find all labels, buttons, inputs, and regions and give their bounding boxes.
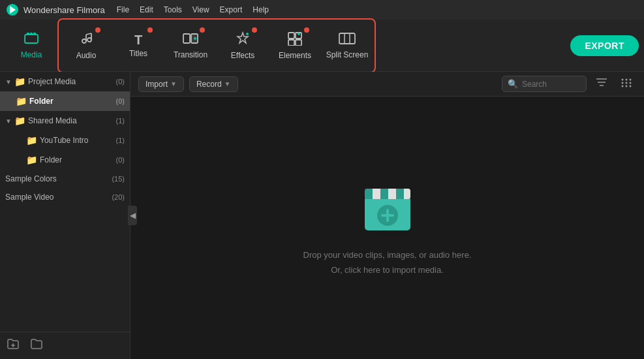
- title-bar: Wondershare Filmora File Edit Tools View…: [0, 0, 644, 20]
- export-button[interactable]: EXPORT: [570, 35, 639, 56]
- youtube-intro-count: (1): [116, 136, 125, 144]
- search-input[interactable]: [522, 80, 577, 89]
- toolbar-effects-button[interactable]: Effects: [217, 21, 269, 70]
- audio-dot: [95, 27, 100, 33]
- svg-rect-45: [404, 189, 410, 199]
- sidebar-item-folder[interactable]: 📁 Folder (0): [0, 91, 130, 111]
- audio-label: Audio: [76, 51, 97, 60]
- app-name: Wondershare Filmora: [23, 5, 105, 15]
- filter-button[interactable]: [592, 76, 611, 92]
- record-arrow-icon: ▼: [224, 80, 231, 87]
- media-icon: [23, 32, 39, 48]
- svg-point-29: [626, 79, 628, 81]
- sidebar-item-shared-media[interactable]: ▼ 📁 Shared Media (1): [0, 111, 130, 131]
- effects-icon: [236, 31, 250, 48]
- svg-rect-17: [288, 40, 294, 46]
- folder-label: Folder: [29, 97, 54, 106]
- toolbar-outlined-group: Audio T Titles Transition: [57, 18, 376, 73]
- svg-rect-15: [288, 33, 294, 39]
- chevron-down-icon: ▼: [5, 117, 12, 125]
- sidebar-collapse-button[interactable]: ◀: [128, 206, 137, 225]
- add-folder-icon[interactable]: [7, 337, 20, 354]
- folder-icon: 📁: [26, 135, 37, 146]
- svg-rect-20: [339, 33, 355, 44]
- project-media-count: (0): [116, 78, 125, 86]
- sidebar: ▼ 📁 Project Media (0) 📁 Folder (0) ▼ 📁 S…: [0, 72, 130, 359]
- sidebar-item-project-media[interactable]: ▼ 📁 Project Media (0): [0, 72, 130, 91]
- new-folder-icon[interactable]: [30, 337, 43, 354]
- svg-point-35: [626, 86, 628, 87]
- audio-icon: [79, 31, 93, 48]
- transition-dot: [200, 27, 205, 33]
- folder-icon: 📁: [14, 116, 25, 126]
- svg-point-36: [630, 86, 632, 87]
- svg-rect-41: [373, 189, 380, 199]
- toolbar: Media Audio T Titles: [0, 20, 644, 72]
- sidebar-item-youtube-intro[interactable]: 📁 YouTube Intro (1): [0, 131, 130, 150]
- effects-dot: [252, 27, 257, 33]
- sample-colors-label: Sample Colors: [5, 174, 57, 183]
- svg-point-14: [246, 33, 249, 35]
- toolbar-transition-button[interactable]: Transition: [164, 21, 217, 70]
- content-area: Import ▼ Record ▼ 🔍: [130, 72, 644, 359]
- sample-video-count: (20): [112, 193, 125, 201]
- sidebar-item-sample-video[interactable]: Sample Video (20): [0, 188, 130, 206]
- svg-rect-40: [365, 189, 373, 199]
- toolbar-split-screen-button[interactable]: Split Screen: [321, 21, 373, 70]
- menu-export[interactable]: Export: [220, 5, 243, 14]
- svg-point-19: [298, 33, 300, 35]
- menu-view[interactable]: View: [192, 5, 209, 14]
- svg-rect-2: [27, 33, 29, 35]
- svg-rect-18: [296, 40, 301, 46]
- svg-point-31: [622, 82, 624, 84]
- import-button[interactable]: Import ▼: [138, 76, 184, 92]
- import-arrow-icon: ▼: [170, 80, 177, 87]
- titles-label: Titles: [129, 49, 147, 58]
- sidebar-item-shared-folder[interactable]: 📁 Folder (0): [0, 150, 130, 170]
- drop-line1: Drop your video clips, images, or audio …: [303, 247, 472, 262]
- menu-bar: File Edit Tools View Export Help: [117, 5, 269, 14]
- svg-line-9: [86, 33, 91, 35]
- search-icon: 🔍: [508, 79, 518, 89]
- shared-media-label: Shared Media: [28, 116, 77, 125]
- svg-point-34: [622, 86, 624, 87]
- svg-rect-44: [396, 189, 404, 199]
- media-label: Media: [21, 50, 42, 59]
- folder-icon: 📁: [26, 155, 37, 165]
- menu-edit[interactable]: Edit: [140, 5, 153, 14]
- toolbar-elements-button[interactable]: Elements: [269, 21, 321, 70]
- elements-dot: [304, 27, 309, 33]
- record-label: Record: [196, 80, 222, 89]
- shared-folder-label: Folder: [40, 155, 62, 164]
- svg-rect-1: [25, 35, 38, 43]
- chevron-down-icon: ▼: [5, 78, 12, 86]
- drop-zone[interactable]: Drop your video clips, images, or audio …: [130, 97, 644, 359]
- effects-label: Effects: [231, 51, 254, 60]
- split-screen-icon: [339, 32, 356, 48]
- menu-help[interactable]: Help: [253, 5, 269, 14]
- toolbar-audio-button[interactable]: Audio: [60, 21, 112, 70]
- svg-point-30: [630, 79, 632, 81]
- elements-label: Elements: [279, 51, 311, 60]
- shared-folder-count: (0): [116, 156, 125, 164]
- menu-tools[interactable]: Tools: [164, 5, 182, 14]
- drop-zone-text: Drop your video clips, images, or audio …: [303, 247, 472, 278]
- sidebar-item-sample-colors[interactable]: Sample Colors (15): [0, 170, 130, 188]
- grid-view-button[interactable]: [617, 76, 636, 92]
- svg-rect-43: [388, 189, 396, 199]
- svg-marker-0: [10, 6, 16, 14]
- toolbar-media-button[interactable]: Media: [5, 21, 57, 70]
- transition-icon: [183, 32, 198, 48]
- svg-point-28: [622, 79, 624, 81]
- elements-icon: [287, 31, 303, 48]
- record-button[interactable]: Record ▼: [189, 76, 238, 92]
- titles-icon: T: [134, 33, 142, 46]
- toolbar-titles-button[interactable]: T Titles: [112, 21, 164, 70]
- svg-point-32: [626, 82, 628, 84]
- folder-icon: 📁: [16, 96, 27, 106]
- menu-file[interactable]: File: [117, 5, 129, 14]
- svg-rect-3: [30, 33, 33, 35]
- search-box[interactable]: 🔍: [502, 76, 587, 92]
- svg-rect-10: [183, 34, 190, 43]
- project-media-label: Project Media: [28, 77, 76, 86]
